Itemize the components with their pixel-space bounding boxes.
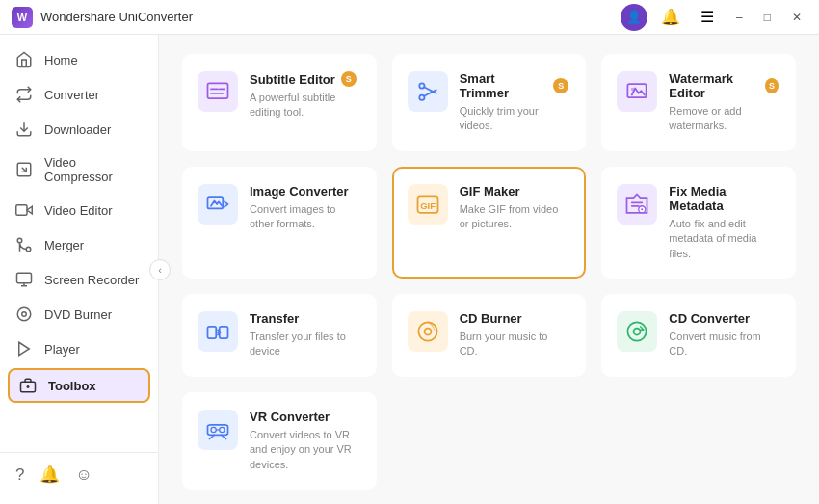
sidebar-label-video-compressor: Video Compressor xyxy=(44,155,143,184)
cd-converter-icon xyxy=(617,311,657,352)
watermark-editor-info: Watermark Editor S Remove or add waterma… xyxy=(669,71,779,134)
svg-text:GIF: GIF xyxy=(420,200,436,211)
sidebar-item-toolbox[interactable]: Toolbox xyxy=(8,368,150,403)
sidebar-item-downloader[interactable]: Downloader xyxy=(0,112,158,146)
home-icon xyxy=(15,51,35,68)
titlebar-left: W Wondershare UniConverter xyxy=(12,7,193,28)
gif-maker-info: GIF Maker Make GIF from video or picture… xyxy=(460,184,569,232)
downloader-icon xyxy=(15,120,35,138)
app-title: Wondershare UniConverter xyxy=(40,10,193,24)
svg-point-5 xyxy=(26,247,31,252)
cd-burner-info: CD Burner Burn your music to CD. xyxy=(460,311,569,359)
minimize-button[interactable]: – xyxy=(730,9,749,26)
vr-converter-info: VR Converter Convert videos to VR and en… xyxy=(250,410,359,472)
svg-rect-35 xyxy=(208,327,217,338)
svg-point-11 xyxy=(22,312,27,317)
subtitle-editor-name: Subtitle Editor S xyxy=(250,71,359,87)
sidebar-item-video-editor[interactable]: Video Editor xyxy=(0,193,158,227)
svg-marker-3 xyxy=(27,206,32,214)
tool-card-transfer[interactable]: Transfer Transfer your files to device xyxy=(182,294,377,377)
app-logo: W xyxy=(12,7,33,28)
tool-card-image-converter[interactable]: Image Converter Convert images to other … xyxy=(182,167,377,279)
close-button[interactable]: ✕ xyxy=(786,9,807,26)
sidebar-item-merger[interactable]: Merger xyxy=(0,227,158,262)
gif-maker-desc: Make GIF from video or pictures. xyxy=(460,202,569,232)
image-converter-name: Image Converter xyxy=(250,184,359,199)
sidebar-label-converter: Converter xyxy=(44,88,99,102)
sidebar-label-video-editor: Video Editor xyxy=(44,203,113,218)
subtitle-editor-icon xyxy=(198,71,238,112)
tool-card-fix-media-metadata[interactable]: Fix Media Metadata Auto-fix and edit met… xyxy=(601,167,796,279)
vr-converter-icon xyxy=(198,410,238,450)
sidebar-item-dvd-burner[interactable]: DVD Burner xyxy=(0,297,158,332)
cd-burner-icon xyxy=(408,311,448,352)
cd-converter-info: CD Converter Convert music from CD. xyxy=(669,311,779,359)
cd-converter-desc: Convert music from CD. xyxy=(669,330,779,359)
tool-card-cd-burner[interactable]: CD Burner Burn your music to CD. xyxy=(392,294,587,377)
watermark-editor-name: Watermark Editor S xyxy=(669,71,779,100)
smart-trimmer-info: Smart Trimmer S Quickly trim your videos… xyxy=(460,71,569,134)
maximize-button[interactable]: □ xyxy=(758,9,777,26)
tool-card-gif-maker[interactable]: GIF GIF Maker Make GIF from video or pic… xyxy=(392,167,587,279)
sidebar-label-merger: Merger xyxy=(44,238,84,252)
sidebar-item-screen-recorder[interactable]: Screen Recorder xyxy=(0,262,158,297)
image-converter-desc: Convert images to other formats. xyxy=(250,202,359,232)
transfer-icon xyxy=(198,311,238,352)
user-icon-button[interactable]: 👤 xyxy=(621,4,647,31)
sidebar-label-dvd-burner: DVD Burner xyxy=(44,307,112,322)
sidebar-label-screen-recorder: Screen Recorder xyxy=(44,273,139,287)
tool-card-vr-converter[interactable]: VR Converter Convert videos to VR and en… xyxy=(182,392,377,490)
player-icon xyxy=(15,340,35,358)
sidebar-collapse-button[interactable]: ‹ xyxy=(149,259,171,280)
transfer-name: Transfer xyxy=(250,311,359,326)
sidebar: Home Converter Downloader Video Compress… xyxy=(0,35,159,504)
merger-icon xyxy=(15,236,35,253)
image-converter-icon xyxy=(198,184,238,225)
transfer-info: Transfer Transfer your files to device xyxy=(250,311,359,359)
screen-recorder-icon xyxy=(15,271,35,288)
help-icon[interactable]: ? xyxy=(15,465,24,485)
sidebar-item-converter[interactable]: Converter xyxy=(0,77,158,112)
tool-card-cd-converter[interactable]: CD Converter Convert music from CD. xyxy=(601,294,796,377)
smart-trimmer-icon xyxy=(408,71,448,112)
fix-media-metadata-icon xyxy=(617,184,657,225)
converter-icon xyxy=(15,86,35,103)
fix-media-metadata-name: Fix Media Metadata xyxy=(669,184,779,213)
subtitle-editor-info: Subtitle Editor S A powerful subtitle ed… xyxy=(250,71,359,120)
sidebar-item-player[interactable]: Player xyxy=(0,332,158,366)
vr-converter-name: VR Converter xyxy=(250,410,359,424)
fix-media-metadata-info: Fix Media Metadata Auto-fix and edit met… xyxy=(669,184,779,261)
bell-icon[interactable]: 🔔 xyxy=(40,464,60,485)
watermark-editor-desc: Remove or add watermarks. xyxy=(669,104,779,134)
toolbox-icon xyxy=(19,377,39,394)
svg-point-38 xyxy=(418,322,436,340)
sidebar-item-video-compressor[interactable]: Video Compressor xyxy=(0,146,158,193)
subtitle-editor-desc: A powerful subtitle editing tool. xyxy=(250,91,359,120)
menu-button[interactable]: ☰ xyxy=(694,4,721,31)
notification-button[interactable]: 🔔 xyxy=(657,4,684,31)
sidebar-label-downloader: Downloader xyxy=(44,122,111,137)
titlebar-right: 👤 🔔 ☰ – □ ✕ xyxy=(621,4,807,31)
svg-line-24 xyxy=(430,92,433,93)
subtitle-editor-badge: S xyxy=(341,71,357,87)
feedback-icon[interactable]: ☺ xyxy=(75,465,92,485)
watermark-editor-badge: S xyxy=(765,78,779,93)
sidebar-bottom: ? 🔔 ☺ xyxy=(0,452,158,496)
svg-point-10 xyxy=(17,307,31,321)
sidebar-label-toolbox: Toolbox xyxy=(48,379,96,393)
cd-converter-name: CD Converter xyxy=(669,311,779,326)
sidebar-item-home[interactable]: Home xyxy=(0,42,158,77)
tool-card-smart-trimmer[interactable]: Smart Trimmer S Quickly trim your videos… xyxy=(392,54,587,151)
watermark-editor-icon xyxy=(617,71,657,112)
transfer-desc: Transfer your files to device xyxy=(250,330,359,359)
vr-converter-desc: Convert videos to VR and enjoy on your V… xyxy=(250,428,359,472)
svg-rect-4 xyxy=(16,205,27,216)
tool-card-subtitle-editor[interactable]: Subtitle Editor S A powerful subtitle ed… xyxy=(182,54,377,151)
app-body: Home Converter Downloader Video Compress… xyxy=(0,35,819,504)
tool-card-watermark-editor[interactable]: Watermark Editor S Remove or add waterma… xyxy=(601,54,796,151)
cd-burner-desc: Burn your music to CD. xyxy=(460,330,569,359)
svg-rect-16 xyxy=(208,83,228,98)
gif-maker-icon: GIF xyxy=(408,184,448,225)
dvd-burner-icon xyxy=(15,305,35,323)
sidebar-label-player: Player xyxy=(44,342,80,357)
